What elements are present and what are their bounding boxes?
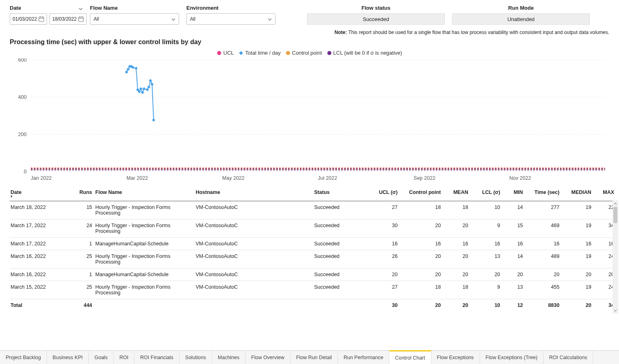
cell-host: VM-ContosoAutoC <box>195 238 314 250</box>
table-row[interactable]: March 15, 202225Hourly Trigger - Inspect… <box>10 281 617 299</box>
svg-marker-44 <box>147 85 150 89</box>
environment-value: All <box>190 16 195 22</box>
tab-solutions[interactable]: Solutions <box>179 351 212 364</box>
th-time[interactable]: Time (sec) <box>525 187 562 201</box>
cell-host: VM-ContosoAutoC <box>195 219 314 238</box>
cell-time: 277 <box>525 201 562 219</box>
th-runs[interactable]: Runs <box>69 187 94 201</box>
run-mode-slicer[interactable]: Unattended <box>452 13 590 25</box>
date-to-input[interactable]: 18/03/2022 <box>49 13 87 25</box>
scroll-thumb[interactable] <box>613 207 617 223</box>
table-row[interactable]: March 16, 202225Hourly Trigger - Inspect… <box>10 250 617 268</box>
table-scrollbar[interactable] <box>613 200 618 314</box>
tab-flow-exceptions-tree-[interactable]: Flow Exceptions (Tree) <box>480 351 544 364</box>
svg-text:Nov 2022: Nov 2022 <box>509 175 531 181</box>
cell-ucl: 26 <box>368 250 400 268</box>
svg-marker-45 <box>149 79 152 82</box>
date-from-input[interactable]: 01/03/2022 <box>10 13 47 25</box>
tab-flow-exceptions[interactable]: Flow Exceptions <box>431 351 480 364</box>
svg-point-8 <box>217 51 221 55</box>
svg-marker-33 <box>126 68 130 71</box>
cell-runs: 25 <box>69 281 94 299</box>
cell-mean: 20 <box>443 250 471 268</box>
sort-desc-icon: ▾ <box>11 195 66 198</box>
cell-time: 16 <box>525 238 562 250</box>
cell-lcl: 9 <box>471 281 503 299</box>
th-mean[interactable]: MEAN <box>443 187 471 201</box>
tab-project-backlog[interactable]: Project Backlog <box>0 351 47 364</box>
chart-legend: UCL Total time / day Control point LCL (… <box>10 50 609 56</box>
table-total-row: Total444302020101288302034 <box>10 299 617 312</box>
environment-select[interactable]: All <box>186 13 275 25</box>
th-lcl[interactable]: LCL (σ) <box>471 187 503 201</box>
tab-roi-financials[interactable]: ROI Financials <box>134 351 179 364</box>
th-status[interactable]: Status <box>314 187 368 201</box>
cell-status: Succeeded <box>314 268 368 281</box>
control-chart[interactable]: 0200400600Jan 2022Mar 2022May 2022Jul 20… <box>10 58 609 184</box>
cell-min: 20 <box>503 268 525 281</box>
th-ucl[interactable]: UCL (σ) <box>368 187 400 201</box>
chart-title: Processing time (sec) with upper & lower… <box>10 38 609 46</box>
table-row[interactable]: March 18, 202215Hourly Trigger - Inspect… <box>10 201 617 219</box>
svg-marker-46 <box>150 83 154 86</box>
svg-marker-40 <box>139 87 143 90</box>
cell-total-time: 8830 <box>525 299 562 312</box>
scroll-track[interactable] <box>613 207 618 307</box>
svg-marker-47 <box>152 119 155 122</box>
table-row[interactable]: March 16, 20221ManageHumanCapital-Schedu… <box>10 268 617 281</box>
tab-business-kpi[interactable]: Business KPI <box>47 351 89 364</box>
flow-name-select[interactable]: All <box>90 13 179 25</box>
flow-status-slicer[interactable]: Succeeded <box>307 13 445 25</box>
run-mode-value: Unattended <box>507 16 534 22</box>
scroll-down-button[interactable] <box>613 307 618 314</box>
tab-flow-run-detail[interactable]: Flow Run Detail <box>290 351 338 364</box>
svg-text:Mar 2022: Mar 2022 <box>126 175 148 181</box>
cell-host: VM-ContosoAutoC <box>195 250 314 268</box>
data-table[interactable]: Date▾ Runs Flow Name Hostname Status UCL… <box>10 187 617 311</box>
tab-run-performance[interactable]: Run Performance <box>338 351 389 364</box>
cell-median: 19 <box>562 281 594 299</box>
svg-rect-4 <box>79 17 83 21</box>
tab-flow-overview[interactable]: Flow Overview <box>245 351 290 364</box>
th-cp[interactable]: Control point <box>400 187 443 201</box>
cell-total-mean: 20 <box>443 299 471 312</box>
table-header-row: Date▾ Runs Flow Name Hostname Status UCL… <box>10 187 617 201</box>
data-table-section: Date▾ Runs Flow Name Hostname Status UCL… <box>0 184 619 311</box>
cell-mean: 20 <box>443 219 471 238</box>
svg-marker-43 <box>145 88 149 92</box>
svg-point-10 <box>286 51 290 55</box>
cell-total-cp: 20 <box>400 299 443 312</box>
cell-status: Succeeded <box>314 281 368 299</box>
svg-text:200: 200 <box>18 132 27 137</box>
tab-machines[interactable]: Machines <box>212 351 246 364</box>
cell-mean: 18 <box>443 201 471 219</box>
th-max[interactable]: MAX <box>594 187 617 201</box>
th-flow[interactable]: Flow Name <box>94 187 195 201</box>
svg-text:600: 600 <box>18 58 27 63</box>
th-date[interactable]: Date▾ <box>10 187 69 201</box>
cell-lcl: 9 <box>471 219 503 238</box>
cell-cp: 20 <box>400 268 443 281</box>
table-row[interactable]: March 17, 20221ManageHumanCapital-Schedu… <box>10 238 617 250</box>
date-to-value: 18/03/2022 <box>52 16 77 22</box>
th-min[interactable]: MIN <box>503 187 525 201</box>
tab-control-chart[interactable]: Control Chart <box>389 350 431 364</box>
cell-cp: 20 <box>400 219 443 238</box>
flow-status-value: Succeeded <box>363 16 389 22</box>
flow-name-filter: Flow Name All <box>90 5 179 25</box>
scroll-up-button[interactable] <box>613 200 618 207</box>
chevron-down-icon[interactable] <box>79 6 83 10</box>
tab-goals[interactable]: Goals <box>89 351 114 364</box>
tab-roi[interactable]: ROI <box>114 351 134 364</box>
cell-cp: 18 <box>400 281 443 299</box>
cell-median: 19 <box>562 201 594 219</box>
cell-total-min: 12 <box>503 299 525 312</box>
svg-text:Sep 2022: Sep 2022 <box>414 175 435 181</box>
cell-total-runs: 444 <box>69 299 94 312</box>
table-row[interactable]: March 17, 202224Hourly Trigger - Inspect… <box>10 219 617 238</box>
legend-lcl: LCL (will be 0 if σ is negative) <box>327 50 402 56</box>
th-median[interactable]: MEDIAN <box>562 187 594 201</box>
svg-point-11 <box>327 51 331 55</box>
tab-roi-calculations[interactable]: ROI Calculations <box>544 351 593 364</box>
th-host[interactable]: Hostname <box>195 187 314 201</box>
